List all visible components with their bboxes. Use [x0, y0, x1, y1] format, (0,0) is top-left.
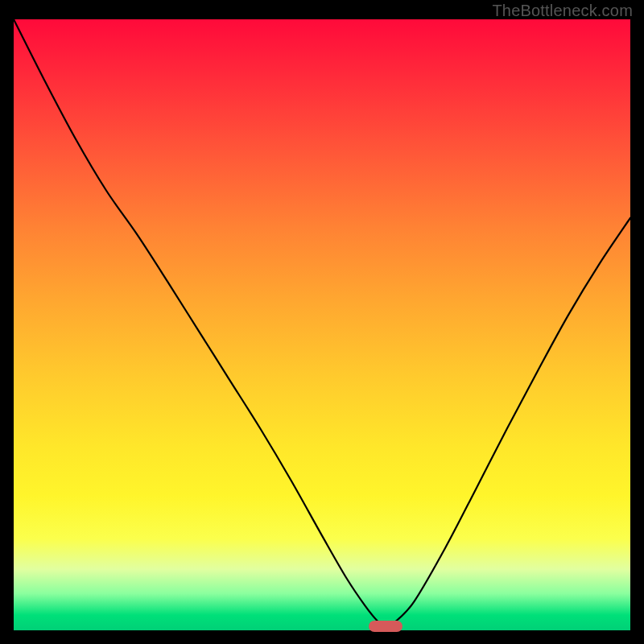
optimum-marker — [369, 621, 402, 632]
watermark-text: TheBottleneck.com — [492, 2, 633, 20]
bottleneck-curve — [14, 19, 630, 628]
chart-frame: TheBottleneck.com — [0, 0, 644, 644]
plot-area — [14, 19, 630, 630]
curve-svg — [14, 19, 630, 630]
